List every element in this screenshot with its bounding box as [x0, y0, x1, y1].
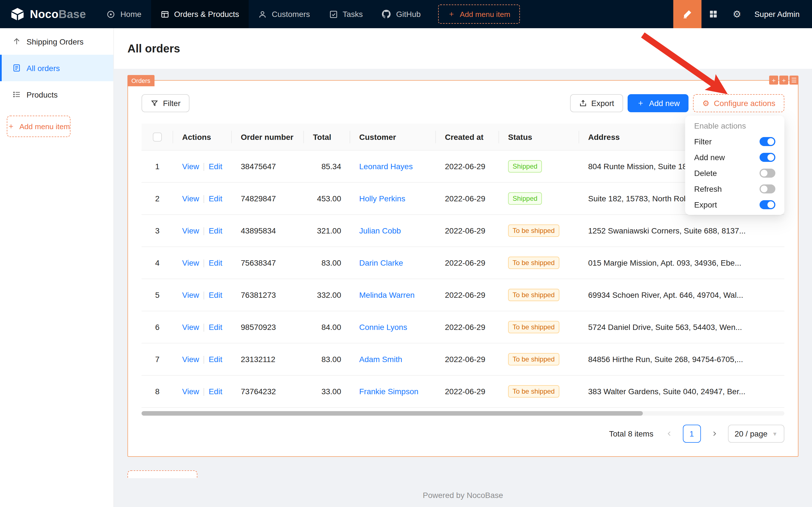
ui-editor-toggle-button[interactable] [673, 0, 701, 28]
edit-link[interactable]: Edit [209, 162, 222, 171]
order-number-cell: 73764232 [232, 376, 304, 408]
enable-action-item-add-new[interactable]: Add new [687, 150, 782, 165]
edit-link[interactable]: Edit [209, 194, 222, 203]
horizontal-scrollbar-thumb[interactable] [141, 411, 643, 416]
sidebar-item-shipping-orders[interactable]: Shipping Orders [0, 28, 113, 55]
view-link[interactable]: View [182, 355, 199, 364]
block-menu-icon[interactable]: ☰ [790, 75, 799, 84]
created-at-cell: 2022-06-29 [436, 151, 499, 183]
enable-action-item-export[interactable]: Export [687, 197, 782, 213]
edit-link[interactable]: Edit [209, 387, 222, 396]
select-all-checkbox[interactable] [153, 133, 162, 142]
sidebar-item-all-orders[interactable]: All orders [0, 55, 113, 81]
enable-action-item-refresh[interactable]: Refresh [687, 181, 782, 197]
edit-link[interactable]: Edit [209, 258, 222, 267]
column-header-total[interactable]: Total [304, 123, 350, 151]
nav-item-label: GitHub [396, 10, 421, 19]
toggle-switch[interactable] [760, 137, 775, 146]
add-new-button[interactable]: ＋ Add new [628, 94, 689, 112]
nav-item-home[interactable]: Home [97, 0, 151, 28]
customer-link[interactable]: Adam Smith [359, 355, 402, 364]
view-link[interactable]: View [182, 387, 199, 396]
table-row[interactable]: 6 ViewEdit 98570923 84.00 Connie Lyons 2… [141, 311, 785, 343]
add-block-button[interactable]: ＋ Add block [127, 471, 197, 478]
customer-link[interactable]: Leonard Hayes [359, 162, 413, 171]
nav-add-menu-item-button[interactable]: ＋ Add menu item [438, 4, 520, 24]
customer-link[interactable]: Connie Lyons [359, 323, 407, 332]
settings-gear-icon[interactable]: ⚙ [725, 0, 749, 28]
customer-link[interactable]: Julian Cobb [359, 226, 401, 235]
row-index: 5 [155, 291, 160, 300]
column-header-customer[interactable]: Customer [350, 123, 436, 151]
table-row[interactable]: 7 ViewEdit 23132112 83.00 Adam Smith 202… [141, 343, 785, 376]
address-cell: 84856 Hirthe Run, Suite 268, 94754-6705,… [579, 343, 785, 376]
configure-actions-button[interactable]: ⚙ Configure actions [693, 94, 785, 112]
top-nav: NocoBase Home Orders & Products Customer… [0, 0, 812, 28]
enable-action-item-delete[interactable]: Delete [687, 165, 782, 181]
table-row[interactable]: 3 ViewEdit 43895834 321.00 Julian Cobb 2… [141, 215, 785, 247]
toggle-switch[interactable] [760, 200, 775, 209]
nav-item-label: Home [120, 10, 141, 19]
total-cell: 33.00 [304, 376, 350, 408]
nav-item-customers[interactable]: Customers [249, 0, 320, 28]
toggle-switch[interactable] [760, 169, 775, 178]
row-index: 8 [155, 387, 160, 396]
filter-button[interactable]: Filter [141, 94, 189, 112]
status-tag: Shipped [508, 160, 542, 173]
enable-action-label: Filter [694, 137, 712, 146]
export-button[interactable]: Export [570, 94, 623, 112]
table-row[interactable]: 5 ViewEdit 76381273 332.00 Melinda Warre… [141, 279, 785, 311]
customer-link[interactable]: Frankie Simpson [359, 387, 418, 396]
view-link[interactable]: View [182, 323, 199, 332]
toggle-switch[interactable] [760, 153, 775, 162]
edit-link[interactable]: Edit [209, 323, 222, 332]
view-link[interactable]: View [182, 194, 199, 203]
sidebar-item-products[interactable]: Products [0, 81, 113, 108]
view-link[interactable]: View [182, 162, 199, 171]
pagination-next-button[interactable] [705, 425, 723, 443]
nav-item-tasks[interactable]: Tasks [320, 0, 372, 28]
block-designer-tag: Orders [127, 75, 154, 86]
status-tag: To be shipped [508, 386, 559, 398]
view-link[interactable]: View [182, 226, 199, 235]
enable-actions-title: Enable actions [687, 118, 782, 134]
edit-link[interactable]: Edit [209, 355, 222, 364]
pagination-page-1[interactable]: 1 [683, 425, 701, 443]
enable-actions-dropdown: Enable actions FilterAdd newDeleteRefres… [685, 116, 785, 215]
customer-link[interactable]: Darin Clarke [359, 259, 403, 268]
action-divider [204, 195, 204, 203]
total-cell: 321.00 [304, 215, 350, 247]
initializer-plus-icon[interactable]: ＋ [769, 75, 778, 84]
view-link[interactable]: View [182, 290, 199, 299]
user-menu[interactable]: Super Admin [749, 10, 812, 19]
edit-link[interactable]: Edit [209, 290, 222, 299]
sidebar-add-menu-item-label: Add menu item [19, 122, 70, 130]
plus-icon: ＋ [139, 477, 147, 478]
page-size-select[interactable]: 20 / page ▼ [728, 425, 785, 443]
edit-link[interactable]: Edit [209, 226, 222, 235]
view-link[interactable]: View [182, 258, 199, 267]
nav-item-label: Orders & Products [174, 10, 239, 19]
column-header-order-number[interactable]: Order number [232, 123, 304, 151]
nav-item-github[interactable]: GitHub [372, 0, 430, 28]
column-header-status[interactable]: Status [499, 123, 579, 151]
sidebar-item-label: Shipping Orders [26, 37, 83, 46]
sidebar-add-menu-item-button[interactable]: ＋ Add menu item [7, 116, 70, 137]
pagination-prev-button[interactable] [660, 425, 678, 443]
customer-link[interactable]: Holly Perkins [359, 194, 405, 203]
table-row[interactable]: 8 ViewEdit 73764232 33.00 Frankie Simpso… [141, 376, 785, 408]
home-icon [107, 10, 115, 18]
initializer-plus-icon-2[interactable]: ＋ [779, 75, 788, 84]
brand-logo[interactable]: NocoBase [0, 0, 97, 28]
table-row[interactable]: 4 ViewEdit 75638347 83.00 Darin Clarke 2… [141, 247, 785, 279]
sidebar-item-label: All orders [26, 63, 60, 72]
column-header-created-at[interactable]: Created at [436, 123, 499, 151]
column-header-actions[interactable]: Actions [173, 123, 232, 151]
toggle-switch[interactable] [760, 184, 775, 193]
customer-link[interactable]: Melinda Warren [359, 291, 415, 300]
plugins-grid-icon[interactable] [701, 0, 725, 28]
enable-action-item-filter[interactable]: Filter [687, 134, 782, 150]
arrow-up-icon [12, 37, 21, 46]
order-number-cell: 43895834 [232, 215, 304, 247]
nav-item-orders-products[interactable]: Orders & Products [151, 0, 249, 28]
